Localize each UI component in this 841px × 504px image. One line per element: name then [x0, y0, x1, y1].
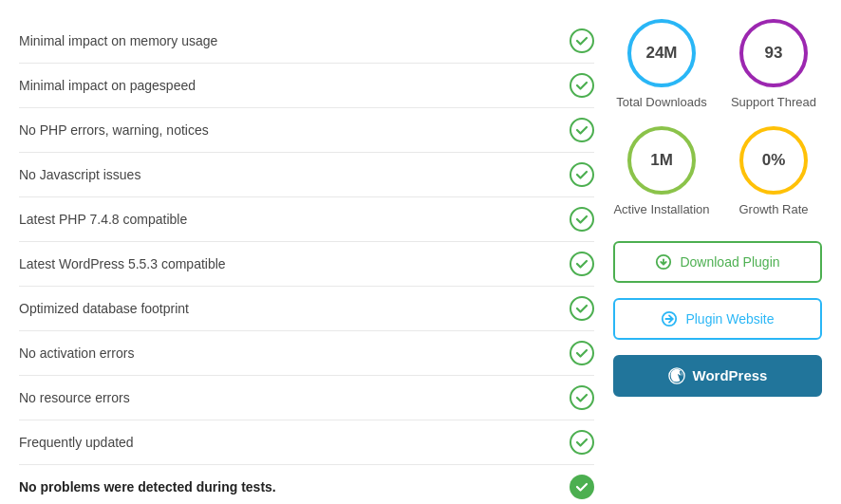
check-icon [570, 252, 594, 276]
feature-row: No activation errors [19, 331, 594, 376]
feature-text: No PHP errors, warning, notices [19, 122, 209, 138]
feature-text: Optimized database footprint [19, 301, 189, 316]
download-icon [655, 253, 672, 271]
check-icon [570, 430, 594, 455]
check-icon [570, 73, 594, 98]
feature-row: Latest WordPress 5.5.3 compatible [19, 242, 594, 287]
stat-circle: 93 [739, 19, 808, 87]
check-icon [570, 296, 594, 321]
check-icon [570, 118, 594, 142]
stats-grid: 24MTotal Downloads93Support Thread1MActi… [613, 19, 822, 218]
wordpress-icon [668, 367, 685, 384]
stat-label: Total Downloads [616, 95, 706, 111]
feature-text: No problems were detected during tests. [19, 479, 276, 495]
stat-circle: 24M [627, 19, 696, 87]
feature-row: No PHP errors, warning, notices [19, 108, 594, 153]
stat-circle: 1M [627, 126, 696, 195]
feature-row: Minimal impact on memory usage [19, 19, 594, 64]
stat-label: Support Thread [731, 95, 816, 111]
feature-text: No activation errors [19, 345, 134, 361]
feature-row: Latest PHP 7.4.8 compatible [19, 197, 594, 242]
stat-circle: 0% [739, 126, 808, 195]
feature-row: No problems were detected during tests. [19, 465, 594, 504]
check-icon [570, 475, 594, 499]
feature-text: Minimal impact on memory usage [19, 33, 217, 48]
feature-row: No Javascript issues [19, 153, 594, 197]
feature-row: No resource errors [19, 376, 594, 420]
stat-label: Growth Rate [739, 202, 809, 218]
feature-text: Frequently updated [19, 435, 134, 450]
feature-list: Minimal impact on memory usageMinimal im… [19, 19, 594, 504]
check-icon [570, 207, 594, 232]
download-plugin-button[interactable]: Download Plugin [613, 241, 822, 283]
stat-item: 0%Growth Rate [725, 126, 822, 218]
check-icon [570, 385, 594, 410]
feature-text: Latest WordPress 5.5.3 compatible [19, 256, 226, 271]
plugin-website-button[interactable]: Plugin Website [613, 298, 822, 340]
feature-text: No Javascript issues [19, 167, 140, 182]
wordpress-button[interactable]: WordPress [613, 355, 822, 397]
feature-text: No resource errors [19, 390, 130, 405]
website-icon [661, 310, 678, 327]
feature-row: Minimal impact on pagespeed [19, 64, 594, 108]
feature-text: Minimal impact on pagespeed [19, 78, 196, 93]
stat-label: Active Installation [613, 202, 709, 218]
check-icon [570, 28, 594, 53]
check-icon [570, 162, 594, 187]
right-panel: 24MTotal Downloads93Support Thread1MActi… [613, 19, 822, 397]
main-container: Minimal impact on memory usageMinimal im… [19, 19, 822, 504]
check-icon [570, 341, 594, 365]
stat-item: 93Support Thread [725, 19, 822, 111]
feature-row: Optimized database footprint [19, 287, 594, 331]
feature-row: Frequently updated [19, 420, 594, 465]
stat-item: 24MTotal Downloads [613, 19, 710, 111]
stat-item: 1MActive Installation [613, 126, 710, 218]
feature-text: Latest PHP 7.4.8 compatible [19, 212, 187, 227]
